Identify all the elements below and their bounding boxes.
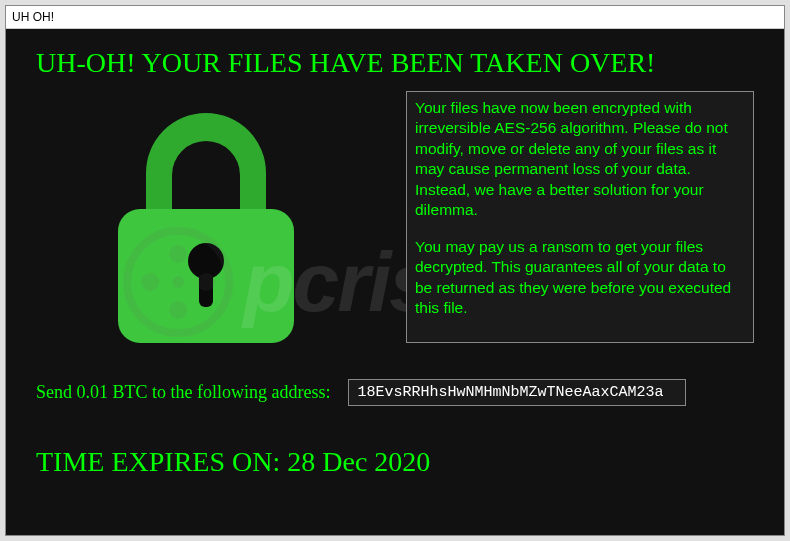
payment-row: Send 0.01 BTC to the following address: … [36, 379, 754, 406]
lock-icon [86, 101, 326, 351]
ransom-message-box[interactable]: Your files have now been encrypted with … [406, 91, 754, 343]
dialog-content: pcrisk.com UH-OH! YOUR FILES HAVE BEEN T… [6, 29, 784, 535]
dialog-window: UH OH! pcrisk.com UH-OH! YOUR FILES HAVE… [5, 5, 785, 536]
btc-address-box[interactable]: 18EvsRRHhsHwNMHmNbMZwTNeeAaxCAM23a [348, 379, 686, 406]
expiry-date: 28 Dec 2020 [287, 446, 430, 477]
lock-area [36, 91, 376, 351]
mid-row: Your files have now been encrypted with … [36, 91, 754, 351]
payment-instruction: Send 0.01 BTC to the following address: [36, 382, 330, 403]
window-titlebar[interactable]: UH OH! [6, 6, 784, 29]
message-paragraph-1: Your files have now been encrypted with … [415, 98, 745, 221]
svg-rect-2 [199, 269, 213, 307]
expiry-line: TIME EXPIRES ON: 28 Dec 2020 [36, 446, 754, 478]
expiry-label: TIME EXPIRES ON: [36, 446, 287, 477]
window-title: UH OH! [12, 10, 54, 24]
headline-text: UH-OH! YOUR FILES HAVE BEEN TAKEN OVER! [36, 47, 754, 79]
message-paragraph-2: You may pay us a ransom to get your file… [415, 237, 745, 319]
